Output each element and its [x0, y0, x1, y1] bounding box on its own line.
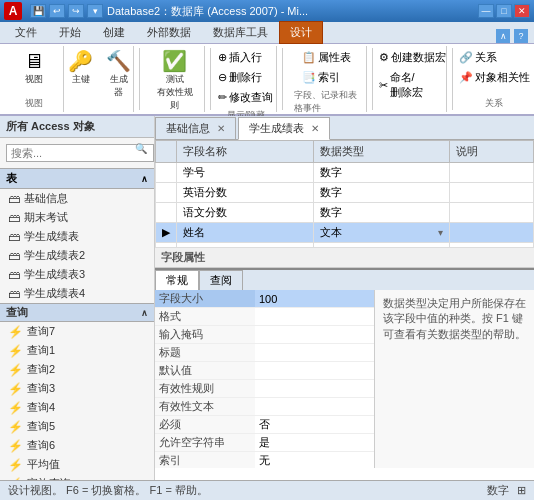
nav-item-query3[interactable]: ⚡ 查询3 — [0, 379, 154, 398]
nav-item-family[interactable]: ⚡ 家族查询 — [0, 474, 154, 480]
field-name-3[interactable]: 姓名 — [177, 223, 314, 243]
queries-section[interactable]: 查询 ∧ — [0, 303, 154, 322]
table-row[interactable]: 学号 数字 — [156, 163, 534, 183]
prop-tab-lookup[interactable]: 查阅 — [199, 270, 243, 290]
prop-content: 字段大小100格式输入掩码标题默认值有效性规则有效性文本必须否允许空字符串是索引… — [155, 290, 534, 468]
field-type-1[interactable]: 数字 — [313, 183, 450, 203]
test-label: 测试有效性规则 — [156, 73, 193, 112]
insert-row-label: 插入行 — [229, 50, 262, 65]
quick-save-btn[interactable]: 💾 — [30, 4, 46, 18]
nav-item-query1[interactable]: ⚡ 查询1 — [0, 341, 154, 360]
status-layout-icon[interactable]: ⊞ — [517, 484, 526, 497]
maximize-btn[interactable]: □ — [496, 4, 512, 18]
prop-value[interactable]: 否 — [255, 416, 374, 434]
ribbon-minimize-btn[interactable]: ∧ — [496, 29, 510, 43]
property-sheet-button[interactable]: 📋 属性表 — [297, 48, 356, 67]
nav-item-query7[interactable]: ⚡ 查询7 — [0, 322, 154, 341]
window-controls[interactable]: — □ ✕ — [478, 4, 530, 18]
prop-row[interactable]: 索引无 — [155, 452, 374, 469]
create-data-macro-button[interactable]: ⚙ 创建数据宏 — [374, 48, 451, 67]
nav-item-query4[interactable]: ⚡ 查询4 — [0, 398, 154, 417]
prop-row[interactable]: 有效性文本 — [155, 398, 374, 416]
type-dropdown-icon[interactable]: ▾ — [438, 227, 443, 238]
test-buttons: ✅ 测试有效性规则 — [151, 48, 198, 115]
prop-value[interactable] — [255, 398, 374, 416]
status-bar: 设计视图。 F6 = 切换窗格。 F1 = 帮助。 数字 ⊞ — [0, 480, 534, 500]
tab-create[interactable]: 创建 — [92, 21, 136, 43]
tab-jichu-close[interactable]: ✕ — [217, 123, 225, 134]
minimize-btn[interactable]: — — [478, 4, 494, 18]
prop-value[interactable]: 无 — [255, 452, 374, 469]
field-name-1[interactable]: 英语分数 — [177, 183, 314, 203]
query-icon-1: ⚡ — [8, 344, 23, 358]
field-type-3[interactable]: 文本 ▾ — [313, 223, 450, 243]
prop-row[interactable]: 允许空字符串是 — [155, 434, 374, 452]
nav-item-qimo[interactable]: 🗃 期末考试 — [0, 208, 154, 227]
prop-value[interactable]: 100 — [255, 290, 374, 308]
tab-file[interactable]: 文件 — [4, 21, 48, 43]
prop-row[interactable]: 标题 — [155, 344, 374, 362]
field-type-0[interactable]: 数字 — [313, 163, 450, 183]
prop-value[interactable] — [255, 308, 374, 326]
prop-tab-general[interactable]: 常规 — [155, 270, 199, 290]
test-validity-button[interactable]: ✅ 测试有效性规则 — [151, 48, 198, 115]
table-row-empty[interactable] — [156, 243, 534, 248]
tab-grade-table[interactable]: 学生成绩表 ✕ — [238, 117, 330, 140]
close-btn[interactable]: ✕ — [514, 4, 530, 18]
table-row-selected[interactable]: ▶ 姓名 文本 ▾ — [156, 223, 534, 243]
prop-row[interactable]: 必须否 — [155, 416, 374, 434]
relationship-button[interactable]: 🔗 关系 — [454, 48, 534, 67]
nav-item-grade2[interactable]: 🗃 学生成绩表2 — [0, 246, 154, 265]
prop-label: 允许空字符串 — [155, 434, 255, 452]
tab-db-tools[interactable]: 数据库工具 — [202, 21, 279, 43]
prop-row[interactable]: 输入掩码 — [155, 326, 374, 344]
dependency-icon: 📌 — [459, 71, 473, 84]
prop-value[interactable]: 是 — [255, 434, 374, 452]
prop-row[interactable]: 有效性规则 — [155, 380, 374, 398]
builder-button[interactable]: 🔨 生成器 — [101, 48, 137, 102]
quick-menu-btn[interactable]: ▾ — [87, 4, 103, 18]
table-row[interactable]: 英语分数 数字 — [156, 183, 534, 203]
nav-item-grade3[interactable]: 🗃 学生成绩表3 — [0, 265, 154, 284]
object-dependency-button[interactable]: 📌 对象相关性 — [454, 68, 534, 87]
key-label: 主键 — [72, 73, 90, 86]
nav-item-grade1[interactable]: 🗃 学生成绩表 — [0, 227, 154, 246]
tab-jichu-info[interactable]: 基础信息 ✕ — [155, 117, 236, 139]
prop-row[interactable]: 字段大小100 — [155, 290, 374, 308]
prop-value[interactable] — [255, 362, 374, 380]
tab-design[interactable]: 设计 — [279, 21, 323, 44]
prop-row[interactable]: 格式 — [155, 308, 374, 326]
nav-item-query5[interactable]: ⚡ 查询5 — [0, 417, 154, 436]
field-name-2[interactable]: 语文分数 — [177, 203, 314, 223]
nav-item-label: 家族查询 — [27, 476, 71, 480]
insert-row-button[interactable]: ⊕ 插入行 — [213, 48, 278, 67]
table-row[interactable]: 语文分数 数字 — [156, 203, 534, 223]
field-type-2[interactable]: 数字 — [313, 203, 450, 223]
rename-macro-button[interactable]: ✂ 命名/删除宏 — [374, 68, 451, 102]
nav-item-query6[interactable]: ⚡ 查询6 — [0, 436, 154, 455]
prop-value[interactable] — [255, 344, 374, 362]
view-button[interactable]: 🖥 视图 — [16, 48, 52, 89]
query-icon-2: ⚡ — [8, 363, 23, 377]
help-btn[interactable]: ? — [514, 29, 528, 43]
primary-key-button[interactable]: 🔑 主键 — [63, 48, 99, 89]
tab-start[interactable]: 开始 — [48, 21, 92, 43]
nav-item-jichu[interactable]: 🗃 基础信息 — [0, 189, 154, 208]
modify-query-button[interactable]: ✏ 修改查询 — [213, 88, 278, 107]
tab-grade-close[interactable]: ✕ — [311, 123, 319, 134]
ribbon-group-view: 🖥 视图 视图 — [4, 46, 64, 112]
prop-value[interactable] — [255, 326, 374, 344]
index-button[interactable]: 📑 索引 — [297, 68, 356, 87]
prop-value[interactable] — [255, 380, 374, 398]
search-input[interactable] — [6, 144, 154, 162]
tab-external[interactable]: 外部数据 — [136, 21, 202, 43]
nav-item-query2[interactable]: ⚡ 查询2 — [0, 360, 154, 379]
nav-item-grade4[interactable]: 🗃 学生成绩表4 — [0, 284, 154, 303]
prop-row[interactable]: 默认值 — [155, 362, 374, 380]
tables-section[interactable]: 表 ∧ — [0, 168, 154, 189]
field-name-0[interactable]: 学号 — [177, 163, 314, 183]
quick-undo-btn[interactable]: ↩ — [49, 4, 65, 18]
nav-item-avg[interactable]: ⚡ 平均值 — [0, 455, 154, 474]
quick-redo-btn[interactable]: ↪ — [68, 4, 84, 18]
delete-row-button[interactable]: ⊖ 删除行 — [213, 68, 278, 87]
